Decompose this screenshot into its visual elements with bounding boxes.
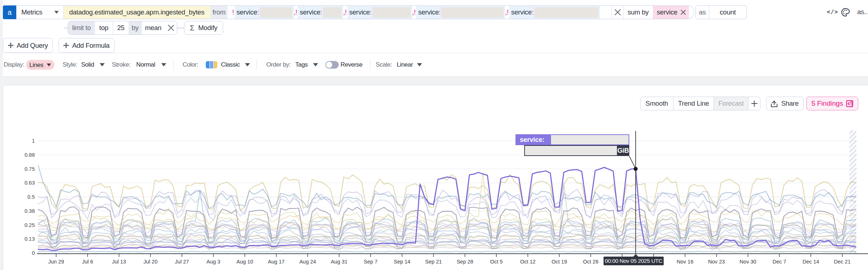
y-axis-label: 1 — [32, 138, 35, 144]
y-axis-label: 0.63 — [25, 180, 35, 186]
x-axis-label: Nov 16 — [677, 259, 693, 265]
x-axis-label: Dec 14 — [802, 259, 819, 265]
tooltip-redacted-number — [525, 146, 617, 155]
hover-tooltip: service: GiB — [516, 134, 629, 156]
y-axis-label: 0.25 — [25, 222, 35, 228]
x-axis-label: Oct 19 — [551, 259, 567, 265]
y-axis-label: 0.88 — [25, 152, 35, 158]
series-line — [38, 190, 856, 243]
cursor-point — [634, 167, 638, 171]
x-axis-label: Oct 5 — [490, 259, 503, 265]
tooltip-series-key: service: — [516, 136, 551, 144]
x-axis-label: Aug 31 — [331, 259, 347, 265]
tooltip-series-row: service: — [516, 134, 629, 145]
x-axis-label: Sep 14 — [394, 259, 410, 265]
series-line — [38, 190, 856, 218]
x-axis-label: Oct 12 — [520, 259, 536, 265]
x-axis-label: Aug 17 — [268, 259, 285, 265]
x-axis-label: Jul 13 — [112, 259, 126, 265]
y-axis-label: 0.75 — [25, 166, 35, 172]
timeseries-chart[interactable]: 00.130.250.380.50.630.750.881Jun 29Jul 6… — [0, 0, 868, 270]
x-axis-label: Jul 20 — [143, 259, 158, 265]
x-axis-label: Jul 27 — [175, 259, 189, 265]
tooltip-value-row: GiB — [524, 145, 629, 156]
x-axis-label: Sep 7 — [364, 259, 377, 265]
x-axis-label: Dec 21 — [834, 259, 851, 265]
x-axis-label: Aug 24 — [299, 259, 316, 265]
cursor-date-tooltip: 00:00 Nov 05 2025 UTC — [604, 257, 664, 265]
tooltip-redacted-value — [551, 135, 629, 144]
series-line — [38, 194, 856, 221]
tooltip-connector-line — [629, 156, 636, 169]
x-axis-label: Sep 28 — [456, 259, 473, 265]
x-axis-label: Sep 21 — [425, 259, 442, 265]
x-axis-label: Aug 3 — [206, 259, 220, 265]
x-axis-label: Aug 10 — [237, 259, 253, 265]
y-axis-label: 0.13 — [25, 236, 35, 242]
x-axis-label: Jul 6 — [82, 259, 93, 265]
forecast-hatch-band — [850, 130, 856, 254]
x-axis-label: Oct 26 — [583, 259, 598, 265]
x-axis-label: Jun 29 — [48, 259, 64, 265]
x-axis-label: Nov 23 — [708, 259, 725, 265]
tooltip-unit: GiB — [617, 147, 629, 155]
y-axis-label: 0.5 — [28, 194, 35, 200]
x-axis-label: Dec 7 — [772, 259, 786, 265]
x-axis-label: Nov 30 — [740, 259, 756, 265]
y-axis-label: 0.38 — [25, 208, 35, 214]
y-axis-label: 0 — [32, 250, 35, 256]
